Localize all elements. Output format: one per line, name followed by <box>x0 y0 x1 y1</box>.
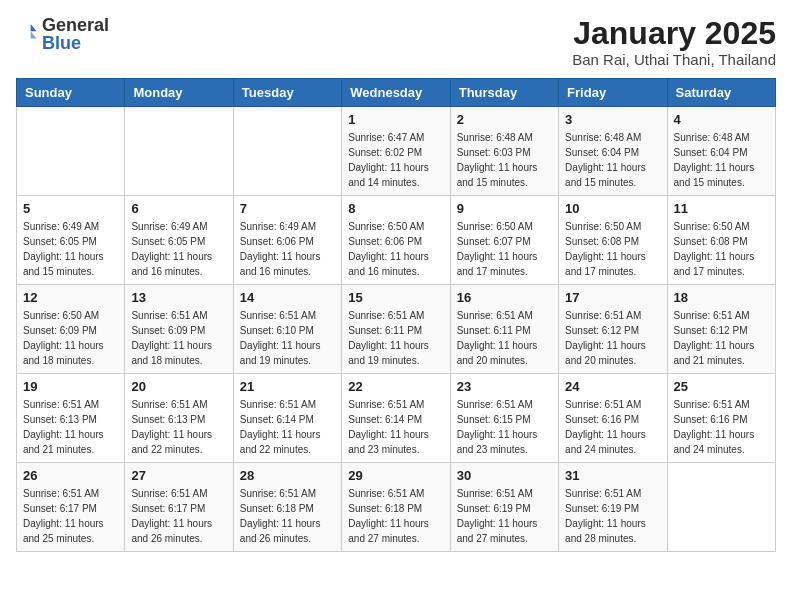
calendar-cell <box>667 463 775 552</box>
page-subtitle: Ban Rai, Uthai Thani, Thailand <box>572 51 776 68</box>
calendar-cell: 7Sunrise: 6:49 AMSunset: 6:06 PMDaylight… <box>233 196 341 285</box>
calendar-cell: 24Sunrise: 6:51 AMSunset: 6:16 PMDayligh… <box>559 374 667 463</box>
calendar-header-thursday: Thursday <box>450 79 558 107</box>
cell-day-number: 19 <box>23 379 118 394</box>
calendar-cell: 19Sunrise: 6:51 AMSunset: 6:13 PMDayligh… <box>17 374 125 463</box>
calendar-cell: 26Sunrise: 6:51 AMSunset: 6:17 PMDayligh… <box>17 463 125 552</box>
calendar-cell: 30Sunrise: 6:51 AMSunset: 6:19 PMDayligh… <box>450 463 558 552</box>
cell-day-number: 9 <box>457 201 552 216</box>
cell-info: Sunrise: 6:51 AMSunset: 6:12 PMDaylight:… <box>565 308 660 368</box>
calendar-cell: 25Sunrise: 6:51 AMSunset: 6:16 PMDayligh… <box>667 374 775 463</box>
cell-info: Sunrise: 6:51 AMSunset: 6:10 PMDaylight:… <box>240 308 335 368</box>
cell-day-number: 13 <box>131 290 226 305</box>
cell-info: Sunrise: 6:49 AMSunset: 6:05 PMDaylight:… <box>23 219 118 279</box>
cell-info: Sunrise: 6:51 AMSunset: 6:11 PMDaylight:… <box>348 308 443 368</box>
cell-day-number: 4 <box>674 112 769 127</box>
calendar-cell: 21Sunrise: 6:51 AMSunset: 6:14 PMDayligh… <box>233 374 341 463</box>
calendar-cell: 5Sunrise: 6:49 AMSunset: 6:05 PMDaylight… <box>17 196 125 285</box>
logo-blue: Blue <box>42 34 109 52</box>
cell-info: Sunrise: 6:51 AMSunset: 6:13 PMDaylight:… <box>23 397 118 457</box>
calendar-cell: 18Sunrise: 6:51 AMSunset: 6:12 PMDayligh… <box>667 285 775 374</box>
calendar-cell: 31Sunrise: 6:51 AMSunset: 6:19 PMDayligh… <box>559 463 667 552</box>
cell-day-number: 5 <box>23 201 118 216</box>
cell-info: Sunrise: 6:51 AMSunset: 6:15 PMDaylight:… <box>457 397 552 457</box>
cell-day-number: 25 <box>674 379 769 394</box>
cell-info: Sunrise: 6:50 AMSunset: 6:08 PMDaylight:… <box>674 219 769 279</box>
cell-day-number: 12 <box>23 290 118 305</box>
calendar-cell: 28Sunrise: 6:51 AMSunset: 6:18 PMDayligh… <box>233 463 341 552</box>
calendar-cell: 10Sunrise: 6:50 AMSunset: 6:08 PMDayligh… <box>559 196 667 285</box>
svg-marker-0 <box>31 24 37 31</box>
svg-marker-1 <box>31 31 37 38</box>
logo-general: General <box>42 16 109 34</box>
page-header: General Blue January 2025 Ban Rai, Uthai… <box>16 16 776 68</box>
calendar-cell: 12Sunrise: 6:50 AMSunset: 6:09 PMDayligh… <box>17 285 125 374</box>
calendar-week-2: 5Sunrise: 6:49 AMSunset: 6:05 PMDaylight… <box>17 196 776 285</box>
logo-text: General Blue <box>42 16 109 52</box>
cell-info: Sunrise: 6:50 AMSunset: 6:08 PMDaylight:… <box>565 219 660 279</box>
cell-info: Sunrise: 6:51 AMSunset: 6:14 PMDaylight:… <box>240 397 335 457</box>
calendar-cell <box>233 107 341 196</box>
cell-info: Sunrise: 6:50 AMSunset: 6:09 PMDaylight:… <box>23 308 118 368</box>
calendar-cell: 3Sunrise: 6:48 AMSunset: 6:04 PMDaylight… <box>559 107 667 196</box>
cell-info: Sunrise: 6:51 AMSunset: 6:18 PMDaylight:… <box>240 486 335 546</box>
calendar-header-monday: Monday <box>125 79 233 107</box>
calendar-header-tuesday: Tuesday <box>233 79 341 107</box>
cell-info: Sunrise: 6:50 AMSunset: 6:07 PMDaylight:… <box>457 219 552 279</box>
cell-info: Sunrise: 6:51 AMSunset: 6:12 PMDaylight:… <box>674 308 769 368</box>
calendar-header-sunday: Sunday <box>17 79 125 107</box>
cell-day-number: 27 <box>131 468 226 483</box>
cell-info: Sunrise: 6:51 AMSunset: 6:17 PMDaylight:… <box>131 486 226 546</box>
calendar-header-row: SundayMondayTuesdayWednesdayThursdayFrid… <box>17 79 776 107</box>
calendar-cell: 8Sunrise: 6:50 AMSunset: 6:06 PMDaylight… <box>342 196 450 285</box>
calendar-cell: 15Sunrise: 6:51 AMSunset: 6:11 PMDayligh… <box>342 285 450 374</box>
cell-day-number: 16 <box>457 290 552 305</box>
calendar-cell <box>17 107 125 196</box>
calendar-cell: 2Sunrise: 6:48 AMSunset: 6:03 PMDaylight… <box>450 107 558 196</box>
cell-day-number: 15 <box>348 290 443 305</box>
calendar-week-3: 12Sunrise: 6:50 AMSunset: 6:09 PMDayligh… <box>17 285 776 374</box>
cell-info: Sunrise: 6:49 AMSunset: 6:06 PMDaylight:… <box>240 219 335 279</box>
calendar-cell <box>125 107 233 196</box>
cell-info: Sunrise: 6:51 AMSunset: 6:09 PMDaylight:… <box>131 308 226 368</box>
title-block: January 2025 Ban Rai, Uthai Thani, Thail… <box>572 16 776 68</box>
calendar-cell: 22Sunrise: 6:51 AMSunset: 6:14 PMDayligh… <box>342 374 450 463</box>
calendar-cell: 4Sunrise: 6:48 AMSunset: 6:04 PMDaylight… <box>667 107 775 196</box>
cell-day-number: 29 <box>348 468 443 483</box>
cell-day-number: 23 <box>457 379 552 394</box>
cell-info: Sunrise: 6:51 AMSunset: 6:16 PMDaylight:… <box>674 397 769 457</box>
cell-info: Sunrise: 6:48 AMSunset: 6:04 PMDaylight:… <box>565 130 660 190</box>
calendar-header-saturday: Saturday <box>667 79 775 107</box>
cell-info: Sunrise: 6:51 AMSunset: 6:16 PMDaylight:… <box>565 397 660 457</box>
cell-info: Sunrise: 6:48 AMSunset: 6:04 PMDaylight:… <box>674 130 769 190</box>
cell-info: Sunrise: 6:51 AMSunset: 6:17 PMDaylight:… <box>23 486 118 546</box>
cell-day-number: 21 <box>240 379 335 394</box>
calendar-cell: 23Sunrise: 6:51 AMSunset: 6:15 PMDayligh… <box>450 374 558 463</box>
cell-day-number: 18 <box>674 290 769 305</box>
calendar-header-wednesday: Wednesday <box>342 79 450 107</box>
cell-day-number: 7 <box>240 201 335 216</box>
calendar-week-4: 19Sunrise: 6:51 AMSunset: 6:13 PMDayligh… <box>17 374 776 463</box>
calendar-cell: 16Sunrise: 6:51 AMSunset: 6:11 PMDayligh… <box>450 285 558 374</box>
cell-day-number: 11 <box>674 201 769 216</box>
cell-info: Sunrise: 6:51 AMSunset: 6:19 PMDaylight:… <box>565 486 660 546</box>
cell-info: Sunrise: 6:51 AMSunset: 6:13 PMDaylight:… <box>131 397 226 457</box>
cell-day-number: 14 <box>240 290 335 305</box>
cell-info: Sunrise: 6:51 AMSunset: 6:18 PMDaylight:… <box>348 486 443 546</box>
calendar-table: SundayMondayTuesdayWednesdayThursdayFrid… <box>16 78 776 552</box>
cell-day-number: 26 <box>23 468 118 483</box>
cell-info: Sunrise: 6:48 AMSunset: 6:03 PMDaylight:… <box>457 130 552 190</box>
calendar-cell: 20Sunrise: 6:51 AMSunset: 6:13 PMDayligh… <box>125 374 233 463</box>
calendar-cell: 13Sunrise: 6:51 AMSunset: 6:09 PMDayligh… <box>125 285 233 374</box>
calendar-cell: 1Sunrise: 6:47 AMSunset: 6:02 PMDaylight… <box>342 107 450 196</box>
cell-day-number: 2 <box>457 112 552 127</box>
cell-info: Sunrise: 6:49 AMSunset: 6:05 PMDaylight:… <box>131 219 226 279</box>
cell-day-number: 31 <box>565 468 660 483</box>
calendar-week-1: 1Sunrise: 6:47 AMSunset: 6:02 PMDaylight… <box>17 107 776 196</box>
calendar-week-5: 26Sunrise: 6:51 AMSunset: 6:17 PMDayligh… <box>17 463 776 552</box>
cell-info: Sunrise: 6:51 AMSunset: 6:14 PMDaylight:… <box>348 397 443 457</box>
calendar-cell: 14Sunrise: 6:51 AMSunset: 6:10 PMDayligh… <box>233 285 341 374</box>
cell-day-number: 6 <box>131 201 226 216</box>
cell-day-number: 10 <box>565 201 660 216</box>
cell-day-number: 17 <box>565 290 660 305</box>
